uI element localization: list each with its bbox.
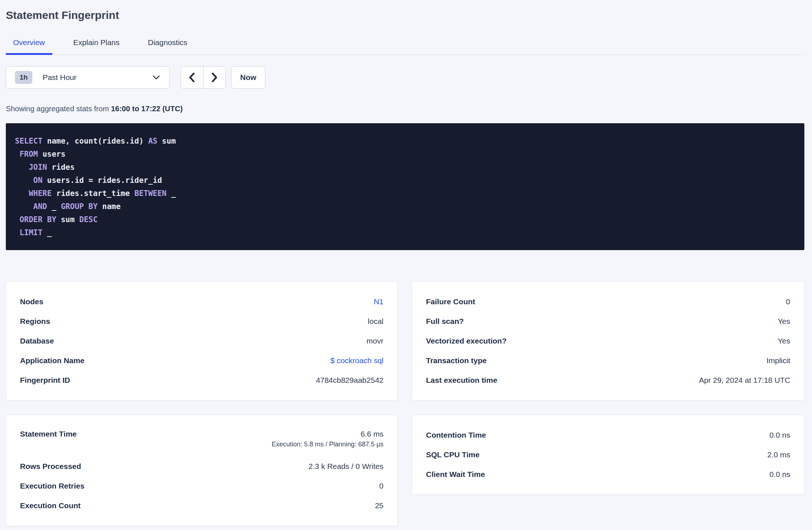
- interval-badge: 1h: [15, 71, 32, 84]
- sql-statement-box: SELECT name, count(rides.id) AS sum FROM…: [6, 123, 804, 250]
- sql-line: FROM users: [15, 148, 793, 161]
- row-label: Execution Count: [20, 501, 81, 510]
- tab-overview[interactable]: Overview: [6, 38, 52, 55]
- card-row: Rows Processed2.3 k Reads / 0 Writes: [20, 457, 383, 476]
- sql-line: ON users.id = rides.rider_id: [15, 174, 793, 187]
- chevron-left-icon: [189, 73, 195, 82]
- card-row: Execution Retries0: [20, 476, 383, 496]
- card-row: Full scan?Yes: [426, 312, 790, 331]
- row-value: 0: [786, 297, 790, 306]
- row-value: Yes: [778, 337, 790, 345]
- card-row: Last execution timeApr 29, 2024 at 17:18…: [426, 370, 790, 390]
- tab-diagnostics[interactable]: Diagnostics: [141, 38, 195, 55]
- card-row: NodesN1: [20, 292, 383, 312]
- sql-line: SELECT name, count(rides.id) AS sum: [15, 134, 793, 148]
- row-label: Full scan?: [426, 317, 464, 326]
- page-title: Statement Fingerprint: [6, 9, 804, 22]
- row-value: Yes: [778, 317, 790, 326]
- card-row: SQL CPU Time2.0 ms: [426, 445, 790, 465]
- sql-line: ORDER BY sum DESC: [15, 213, 793, 226]
- row-label: Database: [20, 337, 54, 345]
- row-value: 0: [379, 482, 383, 490]
- tab-bar: OverviewExplain PlansDiagnostics: [6, 38, 804, 55]
- card-row: Fingerprint ID4784cb829aab2542: [20, 370, 383, 390]
- row-value: 0.0 ns: [769, 470, 790, 479]
- row-value: 6.6 ms: [361, 428, 383, 440]
- row-value: 2.3 k Reads / 0 Writes: [309, 462, 383, 471]
- row-value: movr: [366, 337, 383, 345]
- row-label: Contention Time: [426, 431, 486, 439]
- row-value: 25: [375, 501, 383, 510]
- sql-line: JOIN rides: [15, 161, 793, 174]
- summary-cards: NodesN1RegionslocalDatabasemovrApplicati…: [6, 281, 804, 526]
- row-label: Transaction type: [426, 356, 487, 365]
- statement-timing-left-card: Statement Time6.6 msExecution: 5.8 ms / …: [6, 415, 398, 526]
- card-row: Statement Time6.6 msExecution: 5.8 ms / …: [20, 425, 383, 457]
- time-pager: [181, 66, 226, 89]
- row-label: Regions: [20, 317, 50, 326]
- statement-details-left-card: NodesN1RegionslocalDatabasemovrApplicati…: [6, 281, 398, 401]
- next-interval-button[interactable]: [203, 67, 226, 88]
- sql-line: WHERE rides.start_time BETWEEN _: [15, 187, 793, 200]
- row-value: 0.0 ns: [769, 431, 790, 439]
- time-toolbar: 1h Past Hour: [6, 66, 804, 89]
- row-value: 4784cb829aab2542: [316, 376, 383, 385]
- tab-explain-plans[interactable]: Explain Plans: [66, 38, 127, 55]
- card-row: Execution Count25: [20, 496, 383, 515]
- chevron-right-icon: [212, 73, 217, 82]
- row-value-link[interactable]: $ cockroach sql: [330, 356, 383, 365]
- card-row: Transaction typeImplicit: [426, 351, 790, 370]
- statement-fingerprint-page: Statement Fingerprint OverviewExplain Pl…: [0, 9, 812, 526]
- caption-time-range: 16:00 to 17:22 (UTC): [111, 104, 182, 113]
- sql-line: LIMIT _: [15, 226, 793, 239]
- chevron-down-icon: [153, 75, 160, 80]
- time-interval-select[interactable]: 1h Past Hour: [6, 66, 170, 89]
- row-label: Vectorized execution?: [426, 337, 507, 345]
- row-label: Application Name: [20, 356, 84, 365]
- card-row: Contention Time0.0 ns: [426, 425, 790, 445]
- row-label: Failure Count: [426, 297, 475, 306]
- row-label: Rows Processed: [20, 462, 81, 471]
- statement-timing-right-card: Contention Time0.0 nsSQL CPU Time2.0 msC…: [412, 415, 804, 495]
- row-subvalue: Execution: 5.8 ms / Planning: 687.5 µs: [272, 441, 383, 448]
- row-label: Client Wait Time: [426, 470, 485, 479]
- prev-interval-button[interactable]: [181, 67, 203, 88]
- caption-prefix: Showing aggregated stats from: [6, 104, 111, 113]
- aggregated-stats-caption: Showing aggregated stats from 16:00 to 1…: [6, 104, 804, 113]
- row-label: Last execution time: [426, 376, 497, 385]
- row-label: Execution Retries: [20, 482, 84, 490]
- interval-label: Past Hour: [43, 73, 76, 82]
- row-label: Nodes: [20, 297, 43, 306]
- now-button[interactable]: Now: [231, 66, 265, 89]
- row-value: local: [368, 317, 383, 326]
- row-value-link[interactable]: N1: [374, 297, 383, 306]
- statement-details-right-card: Failure Count0Full scan?YesVectorized ex…: [412, 281, 804, 401]
- card-row: Vectorized execution?Yes: [426, 331, 790, 351]
- row-value: Apr 29, 2024 at 17:18 UTC: [699, 376, 790, 385]
- card-row: Regionslocal: [20, 312, 383, 331]
- row-label: Statement Time: [20, 428, 77, 440]
- card-row: Client Wait Time0.0 ns: [426, 465, 790, 484]
- row-label: Fingerprint ID: [20, 376, 70, 385]
- row-label: SQL CPU Time: [426, 450, 479, 459]
- row-value: Implicit: [767, 356, 790, 365]
- row-value: 2.0 ms: [767, 450, 790, 459]
- card-row: Databasemovr: [20, 331, 383, 351]
- sql-line: AND _ GROUP BY name: [15, 200, 793, 213]
- card-row: Failure Count0: [426, 292, 790, 312]
- card-row: Application Name$ cockroach sql: [20, 351, 383, 370]
